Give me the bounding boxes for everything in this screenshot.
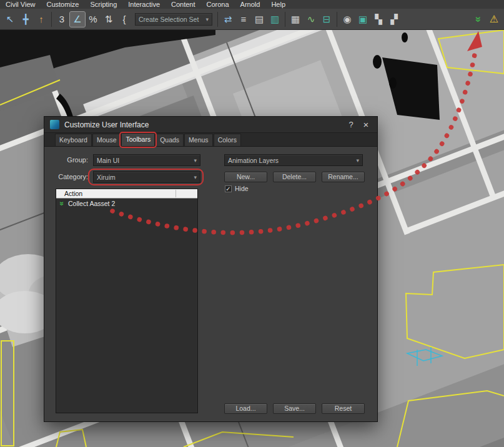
chevron-down-icon: ▾: [194, 174, 197, 180]
group-label: Group:: [48, 156, 88, 164]
action-column-header: Action: [64, 190, 82, 197]
toolbar-separator: [285, 12, 285, 27]
dialog-close-button[interactable]: ×: [358, 119, 373, 130]
dialog-body: Group: Main UI ▾ Category: Xiruim ▾ Anim…: [44, 147, 377, 421]
select-and-move-icon[interactable]: ╋: [18, 12, 33, 27]
screen: Civil View Customize Scripting Interacti…: [0, 0, 504, 447]
menu-corona[interactable]: Corona: [201, 0, 235, 9]
percent-snap-icon[interactable]: %: [86, 12, 101, 27]
menu-help[interactable]: Help: [265, 0, 291, 9]
curve-editor-icon[interactable]: ∿: [304, 12, 319, 27]
group-dropdown[interactable]: Main UI ▾: [93, 154, 200, 166]
save-button[interactable]: Save...: [273, 403, 316, 414]
category-label: Category:: [48, 173, 88, 180]
tab-keyboard[interactable]: Keyboard: [55, 134, 92, 146]
menu-interactive[interactable]: Interactive: [122, 0, 166, 9]
menu-customize[interactable]: Customize: [41, 0, 84, 9]
menu-civil-view[interactable]: Civil View: [0, 0, 41, 9]
main-toolbar: ↖ ╋ ↑ 3 ∠ % ⇅ { Create Selection Set ▾ ⇄…: [0, 9, 504, 30]
tab-colors[interactable]: Colors: [214, 134, 241, 146]
tab-mouse[interactable]: Mouse: [92, 134, 121, 146]
toolbar-separator: [337, 12, 337, 27]
dialog-titlebar[interactable]: Customize User Interface ? ×: [44, 117, 377, 133]
create-selection-set-label: Create Selection Set: [139, 16, 199, 23]
select-object-icon[interactable]: ↖: [2, 12, 17, 27]
collect-asset-icon: »: [57, 200, 66, 207]
ribbon-toggle-icon[interactable]: ▦: [288, 12, 303, 27]
rename-button[interactable]: Rename...: [322, 172, 365, 182]
collect-asset-glyph: »: [472, 16, 485, 22]
tab-menus[interactable]: Menus: [184, 134, 213, 146]
rendered-frame-icon[interactable]: ▚: [371, 12, 386, 27]
hide-label: Hide: [235, 185, 249, 192]
render-setup-icon[interactable]: ▣: [355, 12, 370, 27]
customize-ui-dialog: Customize User Interface ? × Keyboard Mo…: [44, 116, 378, 422]
action-list: Action » Collect Aasset 2: [56, 189, 198, 413]
tab-toolbars-label: Toolbars: [126, 135, 151, 143]
action-list-body[interactable]: » Collect Aasset 2: [56, 199, 197, 209]
hide-checkbox[interactable]: ✓: [225, 185, 232, 192]
mirror-icon[interactable]: ⇄: [220, 12, 235, 27]
align-icon[interactable]: ≡: [236, 12, 251, 27]
render-production-icon[interactable]: ▞: [387, 12, 402, 27]
toolbar-select-value: Animation Layers: [228, 157, 279, 164]
category-value: Xiruim: [97, 174, 116, 181]
warning-icon[interactable]: ⚠: [487, 12, 502, 27]
create-selection-set-combo[interactable]: Create Selection Set ▾: [135, 13, 212, 26]
menu-bar: Civil View Customize Scripting Interacti…: [0, 0, 504, 9]
tab-toolbars[interactable]: Toolbars: [121, 133, 155, 146]
toolbar-separator: [51, 12, 52, 27]
list-item-collect-asset[interactable]: » Collect Aasset 2: [56, 199, 197, 209]
group-value: Main UI: [97, 157, 119, 164]
named-selection-icon[interactable]: {: [117, 12, 132, 27]
dialog-tabs: Keyboard Mouse Toolbars Quads Menus Colo…: [44, 133, 377, 147]
toolbar-separator: [217, 12, 218, 27]
delete-button[interactable]: Delete...: [273, 172, 316, 182]
snaps-toggle-icon[interactable]: 3: [54, 12, 69, 27]
reset-button[interactable]: Reset: [322, 403, 365, 414]
chevron-down-icon: ▾: [356, 157, 359, 164]
check-icon: ✓: [225, 185, 230, 192]
angle-snap-icon[interactable]: ∠: [70, 12, 85, 27]
chevron-down-icon: ▾: [194, 157, 197, 164]
hide-checkbox-row[interactable]: ✓ Hide: [225, 185, 249, 192]
load-button[interactable]: Load...: [224, 403, 267, 414]
dialog-title: Customize User Interface: [64, 120, 149, 129]
new-button[interactable]: New...: [224, 172, 267, 182]
tab-quads[interactable]: Quads: [156, 134, 184, 146]
category-dropdown[interactable]: Xiruim ▾: [93, 171, 200, 183]
menu-content[interactable]: Content: [166, 0, 201, 9]
select-and-place-icon[interactable]: ↑: [34, 12, 49, 27]
toolbar-select-dropdown[interactable]: Animation Layers ▾: [224, 154, 363, 166]
collect-asset-icon[interactable]: »: [471, 12, 486, 27]
action-list-header[interactable]: Action: [56, 189, 197, 199]
schematic-view-icon[interactable]: ⊟: [319, 12, 334, 27]
dialog-help-button[interactable]: ?: [343, 120, 358, 129]
spinner-snap-icon[interactable]: ⇅: [101, 12, 116, 27]
material-editor-icon[interactable]: ◉: [340, 12, 355, 27]
max-logo-icon: [50, 120, 59, 129]
list-item-label: Collect Aasset 2: [68, 200, 115, 207]
menu-arnold[interactable]: Arnold: [235, 0, 266, 9]
chevron-down-icon: ▾: [205, 16, 209, 22]
menu-scripting[interactable]: Scripting: [84, 0, 122, 9]
layer-manager-icon[interactable]: ▤: [252, 12, 267, 27]
scene-explorer-icon[interactable]: ▥: [267, 12, 282, 27]
